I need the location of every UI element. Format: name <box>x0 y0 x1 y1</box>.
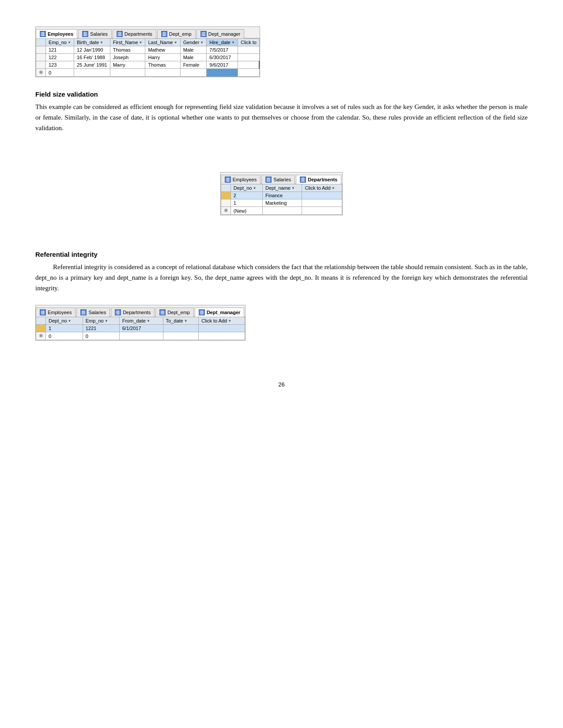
t2-employees-label: Employees <box>233 177 257 182</box>
t2-col-click-to-add-arrow[interactable]: ▼ <box>332 186 335 190</box>
t3-new-row-dept-no[interactable]: 0 <box>46 332 83 340</box>
col-emp-no-label: Emp_no <box>49 40 67 45</box>
table3-tab-employees[interactable]: Employees <box>36 308 76 317</box>
t3-col-emp-no[interactable]: Emp_no ▼ <box>83 317 119 325</box>
t3-col-click-to-add-arrow[interactable]: ▼ <box>228 319 231 323</box>
t2-new-row-extra[interactable] <box>302 207 342 215</box>
col-first-name-arrow[interactable]: ▼ <box>139 41 143 45</box>
salaries-tab-icon <box>82 31 88 37</box>
row2-selector <box>36 54 46 61</box>
t3-col-to-date-arrow[interactable]: ▼ <box>184 319 188 323</box>
new-row-gender[interactable] <box>180 69 207 77</box>
t2-col-click-to-add[interactable]: Click to Add ▼ <box>302 184 342 192</box>
t2-col-dept-no[interactable]: Dept_no ▼ <box>230 184 262 192</box>
col-click-to[interactable]: Click to <box>238 39 259 46</box>
section2-paragraph1: Referential integrity is considered as a… <box>35 262 528 293</box>
dept-emp-tab-icon <box>161 31 167 37</box>
t3-col-dept-no-label: Dept_no <box>49 318 67 323</box>
table2-tab-departments[interactable]: Departments <box>296 175 341 184</box>
t2-departments-label: Departments <box>308 177 337 182</box>
t3-col-dept-no-arrow[interactable]: ▼ <box>68 319 72 323</box>
col-emp-no[interactable]: Emp_no ▼ <box>46 39 74 46</box>
t3-salaries-label: Salaries <box>88 310 106 315</box>
t3-col-dept-no[interactable]: Dept_no ▼ <box>46 317 83 325</box>
section2: Referential integrity Referential integr… <box>35 251 528 293</box>
t3-departments-icon <box>115 309 121 315</box>
table3-tab-departments[interactable]: Departments <box>111 308 155 317</box>
new-row[interactable]: ✱ 0 0 <box>36 332 245 340</box>
new-row-hire-date[interactable] <box>207 69 238 77</box>
col-hire-date[interactable]: Hire_date ▼ <box>207 39 238 46</box>
t2-col-selector <box>221 184 230 192</box>
t2-row2-dept-name: Marketing <box>263 199 302 207</box>
table3-tab-dept-emp[interactable]: Dept_emp <box>155 308 194 317</box>
new-row-last-name[interactable] <box>145 69 180 77</box>
t3-col-click-to-add[interactable]: Click to Add ▼ <box>199 317 245 325</box>
t2-col-dept-name[interactable]: Dept_name ▼ <box>263 184 302 192</box>
t3-new-row-from-date[interactable] <box>119 332 163 340</box>
row2-hire-date: 6/30/2017 <box>207 54 238 61</box>
col-gender-arrow[interactable]: ▼ <box>200 41 204 45</box>
col-birth-date-arrow[interactable]: ▼ <box>100 41 103 45</box>
t2-new-row-dept-no[interactable]: (New) <box>230 207 262 215</box>
t3-new-row-to-date[interactable] <box>163 332 199 340</box>
row1-extra <box>238 46 259 54</box>
t3-col-emp-no-label: Emp_no <box>86 318 104 323</box>
row1-first-name: Thomas <box>110 46 145 54</box>
t3-col-to-date[interactable]: To_date ▼ <box>163 317 199 325</box>
table-row: 1 Marketing <box>221 199 342 207</box>
t3-col-to-date-label: To_date <box>166 318 183 323</box>
t2-row1-dept-name: Finance <box>263 192 302 199</box>
t3-dept-emp-label: Dept_emp <box>167 310 190 315</box>
new-row[interactable]: ✱ 0 <box>36 69 260 77</box>
table1-tab-dept-manager[interactable]: Dept_manager <box>196 29 245 38</box>
table2-tab-salaries[interactable]: Salaries <box>261 175 295 184</box>
table1-tab-salaries[interactable]: Salaries <box>78 29 112 38</box>
t3-col-emp-no-arrow[interactable]: ▼ <box>105 319 108 323</box>
t3-new-row-emp-no[interactable]: 0 <box>83 332 119 340</box>
t3-col-from-date[interactable]: From_date ▼ <box>119 317 163 325</box>
row1-emp-no: 121 <box>46 46 74 54</box>
new-row-extra[interactable] <box>238 69 259 77</box>
col-selector <box>36 39 46 46</box>
col-last-name-arrow[interactable]: ▼ <box>174 41 178 45</box>
t2-departments-icon <box>300 176 306 183</box>
t2-row1-extra <box>302 192 342 199</box>
col-hire-date-label: Hire_date <box>209 40 230 45</box>
section1: Field size validation This example can b… <box>35 90 528 133</box>
t2-col-dept-name-arrow[interactable]: ▼ <box>291 186 295 190</box>
row3-last-name: Thomas <box>145 61 180 69</box>
table3-tab-dept-manager[interactable]: Dept_manager <box>195 308 244 317</box>
col-last-name[interactable]: Last_Name ▼ <box>145 39 180 46</box>
t3-col-from-date-arrow[interactable]: ▼ <box>147 319 150 323</box>
new-row-first-name[interactable] <box>110 69 145 77</box>
new-row-selector: ✱ <box>36 69 46 77</box>
dept-manager-tab-icon <box>200 31 207 37</box>
col-first-name[interactable]: First_Name ▼ <box>110 39 145 46</box>
col-emp-no-arrow[interactable]: ▼ <box>68 41 71 45</box>
table1-tab-departments[interactable]: Departments <box>113 29 156 38</box>
table-row: 2 Finance <box>221 192 342 199</box>
col-first-name-label: First_Name <box>113 40 138 45</box>
table2-tab-employees[interactable]: Employees <box>221 175 261 184</box>
table1-tab-employees[interactable]: Employees <box>36 29 77 38</box>
new-row[interactable]: ✱ (New) <box>221 207 342 215</box>
t2-new-row-dept-name[interactable] <box>263 207 302 215</box>
t3-col-selector <box>36 317 46 325</box>
t3-new-row-extra[interactable] <box>199 332 245 340</box>
new-row-emp-no[interactable]: 0 <box>46 69 74 77</box>
t3-row1-extra <box>199 325 245 332</box>
new-row-birth-date[interactable] <box>74 69 110 77</box>
col-hire-date-arrow[interactable]: ▼ <box>231 41 235 45</box>
table3-tab-salaries[interactable]: Salaries <box>76 308 110 317</box>
table1-tab-dept-emp[interactable]: Dept_emp <box>157 29 196 38</box>
row3-birth-date: 25 June' 1991 <box>74 61 110 69</box>
row3-emp-no: 123 <box>46 61 74 69</box>
col-birth-date[interactable]: Birth_date ▼ <box>74 39 110 46</box>
t2-col-dept-no-label: Dept_no <box>234 185 252 191</box>
t2-col-dept-no-arrow[interactable]: ▼ <box>253 186 256 190</box>
t2-col-click-to-add-label: Click to Add <box>305 185 330 191</box>
table-row: 1 1221 6/1/2017 <box>36 325 245 332</box>
col-gender[interactable]: Gender ▼ <box>180 39 207 46</box>
t2-row2-dept-no: 1 <box>230 199 262 207</box>
